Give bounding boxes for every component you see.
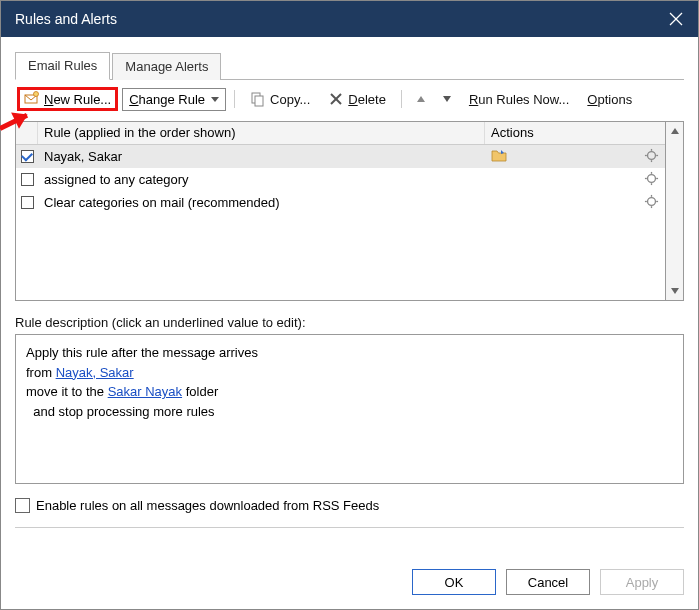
rss-checkbox[interactable] bbox=[15, 498, 30, 513]
grid-header: Rule (applied in the order shown) Action… bbox=[16, 122, 665, 145]
gear-icon bbox=[644, 171, 659, 189]
desc-line: move it to the Sakar Nayak folder bbox=[26, 382, 673, 402]
options-label: Options bbox=[587, 92, 632, 107]
table-row[interactable]: Nayak, Sakar bbox=[16, 145, 665, 168]
change-rule-button[interactable]: Change Rule bbox=[122, 88, 226, 111]
cancel-button[interactable]: Cancel bbox=[506, 569, 590, 595]
rule-checkbox[interactable] bbox=[21, 173, 34, 186]
scrollbar[interactable] bbox=[666, 121, 684, 301]
separator bbox=[15, 527, 684, 528]
chevron-down-icon bbox=[211, 97, 219, 102]
copy-icon bbox=[250, 91, 266, 107]
header-actions: Actions bbox=[485, 122, 665, 144]
copy-button[interactable]: Copy... bbox=[243, 87, 317, 111]
desc-line: and stop processing more rules bbox=[26, 402, 673, 422]
tabs: Email Rules Manage Alerts bbox=[15, 51, 684, 80]
titlebar: Rules and Alerts bbox=[1, 1, 698, 37]
svg-point-18 bbox=[648, 197, 656, 205]
delete-button[interactable]: Delete bbox=[321, 87, 393, 111]
run-rules-label: Run Rules Now... bbox=[469, 92, 569, 107]
tab-manage-alerts[interactable]: Manage Alerts bbox=[112, 53, 221, 80]
triangle-down-icon bbox=[443, 96, 451, 102]
header-rule: Rule (applied in the order shown) bbox=[38, 122, 485, 144]
dialog-footer: OK Cancel Apply bbox=[1, 557, 698, 609]
copy-label: Copy... bbox=[270, 92, 310, 107]
change-rule-label: Change Rule bbox=[129, 92, 205, 107]
rule-name: assigned to any category bbox=[38, 172, 485, 187]
gear-icon bbox=[644, 194, 659, 212]
apply-button[interactable]: Apply bbox=[600, 569, 684, 595]
tab-email-rules[interactable]: Email Rules bbox=[15, 52, 110, 80]
svg-point-8 bbox=[648, 151, 656, 159]
folder-link[interactable]: Sakar Nayak bbox=[108, 384, 182, 399]
rules-grid[interactable]: Rule (applied in the order shown) Action… bbox=[15, 121, 666, 301]
rules-and-alerts-dialog: Rules and Alerts Email Rules Manage Aler… bbox=[0, 0, 699, 610]
table-row[interactable]: assigned to any category bbox=[16, 168, 665, 191]
new-rule-label: New Rule... bbox=[44, 92, 111, 107]
options-button[interactable]: Options bbox=[580, 88, 639, 111]
svg-rect-5 bbox=[255, 96, 263, 106]
table-row[interactable]: Clear categories on mail (recommended) bbox=[16, 191, 665, 214]
move-up-button[interactable] bbox=[410, 92, 432, 106]
rss-checkbox-row[interactable]: Enable rules on all messages downloaded … bbox=[15, 498, 684, 513]
envelope-icon bbox=[24, 91, 40, 107]
run-rules-now-button[interactable]: Run Rules Now... bbox=[462, 88, 576, 111]
scroll-down-icon[interactable] bbox=[666, 282, 683, 300]
rule-name: Nayak, Sakar bbox=[38, 149, 485, 164]
scroll-up-icon[interactable] bbox=[666, 122, 683, 140]
dialog-title: Rules and Alerts bbox=[15, 11, 117, 27]
rule-checkbox[interactable] bbox=[21, 196, 34, 209]
delete-label: Delete bbox=[348, 92, 386, 107]
gear-icon bbox=[644, 148, 659, 166]
new-rule-button[interactable]: New Rule... bbox=[17, 87, 118, 111]
move-down-button[interactable] bbox=[436, 92, 458, 106]
description-box: Apply this rule after the message arrive… bbox=[15, 334, 684, 484]
desc-line: from Nayak, Sakar bbox=[26, 363, 673, 383]
from-link[interactable]: Nayak, Sakar bbox=[56, 365, 134, 380]
triangle-up-icon bbox=[417, 96, 425, 102]
delete-icon bbox=[328, 91, 344, 107]
rule-name: Clear categories on mail (recommended) bbox=[38, 195, 485, 210]
svg-point-13 bbox=[648, 174, 656, 182]
svg-point-3 bbox=[34, 92, 39, 97]
desc-line: Apply this rule after the message arrive… bbox=[26, 343, 673, 363]
rss-checkbox-label: Enable rules on all messages downloaded … bbox=[36, 498, 379, 513]
folder-icon bbox=[491, 148, 507, 165]
description-label: Rule description (click an underlined va… bbox=[15, 315, 684, 330]
ok-button[interactable]: OK bbox=[412, 569, 496, 595]
separator bbox=[401, 90, 402, 108]
rule-checkbox[interactable] bbox=[21, 150, 34, 163]
close-icon[interactable] bbox=[668, 11, 684, 27]
toolbar: New Rule... Change Rule Copy... Delete bbox=[15, 80, 684, 121]
separator bbox=[234, 90, 235, 108]
